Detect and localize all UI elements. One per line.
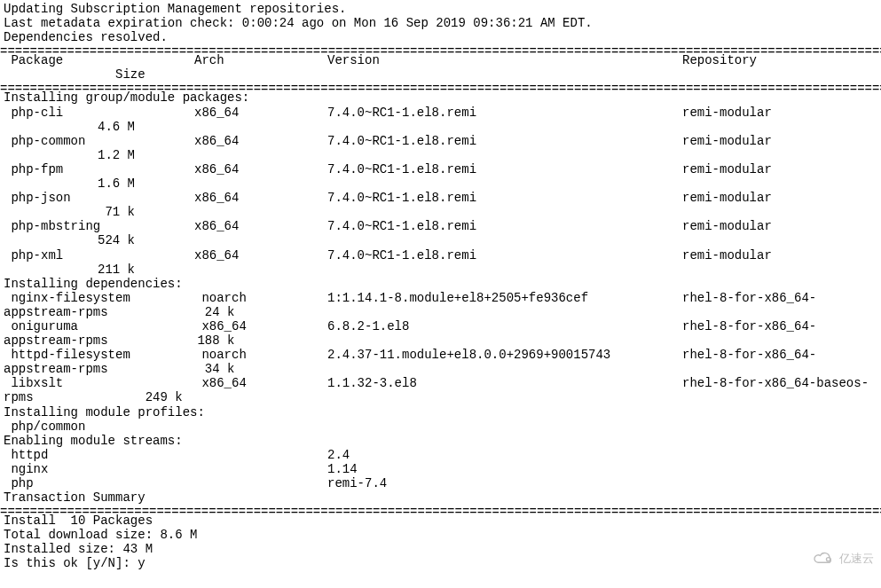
stream-version: remi-7.4 bbox=[327, 476, 682, 490]
stream-row: nginx 1.14 bbox=[0, 462, 881, 476]
pkg-version: 2.4.37-11.module+el8.0.0+2969+90015743 bbox=[327, 348, 682, 362]
pkg-arch: x86_64 bbox=[194, 319, 327, 333]
package-row: php-common x86_64 7.4.0~RC1-1.el8.remi r… bbox=[0, 134, 881, 162]
pkg-repo: rhel-8-for-x86_64- bbox=[682, 348, 877, 362]
pkg-repo: rhel-8-for-x86_64- bbox=[682, 291, 877, 305]
pkg-size: 1.2 M bbox=[0, 148, 881, 162]
stream-row: httpd 2.4 bbox=[0, 448, 881, 462]
pkg-name: php-json bbox=[4, 191, 194, 205]
pkg-name: oniguruma bbox=[4, 319, 194, 333]
deps-resolved-line: Dependencies resolved. bbox=[0, 30, 881, 44]
package-row: nginx-filesystem noarch 1:1.14.1-8.modul… bbox=[0, 291, 881, 319]
confirm-prompt[interactable]: Is this ok [y/N]: y bbox=[0, 556, 881, 570]
pkg-repo: remi-modular bbox=[682, 248, 877, 263]
svg-point-0 bbox=[827, 558, 830, 561]
pkg-arch: x86_64 bbox=[194, 191, 327, 205]
section-transaction-summary: Transaction Summary bbox=[0, 490, 881, 505]
stream-name: httpd bbox=[4, 448, 194, 462]
pkg-arch: x86_64 bbox=[194, 162, 327, 176]
pkg-repo: remi-modular bbox=[682, 162, 877, 176]
pkg-repo: remi-modular bbox=[682, 106, 877, 120]
pkg-version: 1:1.14.1-8.module+el8+2505+fe936cef bbox=[327, 291, 682, 305]
pkg-arch: noarch bbox=[194, 348, 327, 362]
divider bbox=[0, 505, 881, 514]
pkg-size: 1.6 M bbox=[0, 176, 881, 191]
divider bbox=[0, 82, 881, 90]
package-row: php-json x86_64 7.4.0~RC1-1.el8.remi rem… bbox=[0, 191, 881, 219]
stream-gap bbox=[194, 448, 327, 462]
section-install-deps: Installing dependencies: bbox=[0, 277, 881, 291]
pkg-version: 7.4.0~RC1-1.el8.remi bbox=[327, 134, 682, 148]
pkg-name: php-fpm bbox=[4, 162, 194, 176]
stream-gap bbox=[194, 462, 327, 476]
pkg-name: php-common bbox=[4, 134, 194, 148]
section-enabling-streams: Enabling module streams: bbox=[0, 434, 881, 448]
divider bbox=[0, 44, 881, 53]
pkg-size: 211 k bbox=[0, 263, 881, 277]
summary-install: Install 10 Packages bbox=[0, 514, 881, 528]
watermark-text: 亿速云 bbox=[839, 553, 874, 566]
package-row: php-fpm x86_64 7.4.0~RC1-1.el8.remi remi… bbox=[0, 162, 881, 191]
stream-name: php bbox=[4, 476, 194, 490]
summary-download: Total download size: 8.6 M bbox=[0, 528, 881, 542]
pkg-version: 1.1.32-3.el8 bbox=[327, 376, 682, 390]
pkg-size: 524 k bbox=[0, 233, 881, 247]
pkg-repo: remi-modular bbox=[682, 134, 877, 148]
pkg-repo-size: appstream-rpms 188 k bbox=[0, 333, 881, 348]
pkg-arch: x86_64 bbox=[194, 376, 327, 390]
pkg-arch: x86_64 bbox=[194, 219, 327, 233]
col-package: Package bbox=[4, 53, 194, 67]
package-row: oniguruma x86_64 6.8.2-1.el8 rhel-8-for-… bbox=[0, 319, 881, 348]
col-version: Version bbox=[327, 53, 682, 67]
column-header-row: Package Arch Version Repository bbox=[0, 53, 881, 67]
watermark: 亿速云 bbox=[811, 551, 874, 567]
col-arch: Arch bbox=[194, 53, 327, 67]
package-row: php-mbstring x86_64 7.4.0~RC1-1.el8.remi… bbox=[0, 219, 881, 247]
summary-installed: Installed size: 43 M bbox=[0, 542, 881, 556]
pkg-version: 6.8.2-1.el8 bbox=[327, 319, 682, 333]
pkg-name: php-cli bbox=[4, 106, 194, 120]
package-row: php-xml x86_64 7.4.0~RC1-1.el8.remi remi… bbox=[0, 248, 881, 277]
profile-item: php/common bbox=[0, 419, 881, 434]
stream-name: nginx bbox=[4, 462, 194, 476]
pkg-name: php-xml bbox=[4, 248, 194, 263]
stream-gap bbox=[194, 476, 327, 490]
pkg-size: 71 k bbox=[0, 205, 881, 219]
status-line: Updating Subscription Management reposit… bbox=[0, 2, 881, 16]
section-install-group: Installing group/module packages: bbox=[0, 90, 881, 105]
pkg-repo-size: appstream-rpms 24 k bbox=[0, 305, 881, 319]
package-row: php-cli x86_64 7.4.0~RC1-1.el8.remi remi… bbox=[0, 106, 881, 134]
pkg-size: 4.6 M bbox=[0, 120, 881, 134]
package-row: httpd-filesystem noarch 2.4.37-11.module… bbox=[0, 348, 881, 376]
cloud-icon bbox=[811, 551, 836, 567]
pkg-version: 7.4.0~RC1-1.el8.remi bbox=[327, 106, 682, 120]
pkg-repo-size: rpms 249 k bbox=[0, 390, 881, 404]
stream-row: php remi-7.4 bbox=[0, 476, 881, 490]
package-row: libxslt x86_64 1.1.32-3.el8 rhel-8-for-x… bbox=[0, 376, 881, 404]
pkg-arch: x86_64 bbox=[194, 106, 327, 120]
pkg-repo-size: appstream-rpms 34 k bbox=[0, 362, 881, 376]
pkg-arch: x86_64 bbox=[194, 134, 327, 148]
pkg-name: httpd-filesystem bbox=[4, 348, 194, 362]
pkg-version: 7.4.0~RC1-1.el8.remi bbox=[327, 162, 682, 176]
stream-version: 2.4 bbox=[327, 448, 682, 462]
col-repository: Repository bbox=[682, 53, 877, 67]
pkg-name: php-mbstring bbox=[4, 219, 194, 233]
pkg-name: nginx-filesystem bbox=[4, 291, 194, 305]
pkg-name: libxslt bbox=[4, 376, 194, 390]
section-install-profiles: Installing module profiles: bbox=[0, 405, 881, 419]
metadata-line: Last metadata expiration check: 0:00:24 … bbox=[0, 16, 881, 30]
pkg-repo: rhel-8-for-x86_64- bbox=[682, 319, 877, 333]
pkg-arch: x86_64 bbox=[194, 248, 327, 263]
pkg-repo: remi-modular bbox=[682, 219, 877, 233]
pkg-repo: rhel-8-for-x86_64-baseos- bbox=[682, 376, 877, 390]
pkg-version: 7.4.0~RC1-1.el8.remi bbox=[327, 191, 682, 205]
pkg-arch: noarch bbox=[194, 291, 327, 305]
pkg-repo: remi-modular bbox=[682, 191, 877, 205]
col-size: Size bbox=[0, 67, 881, 82]
pkg-version: 7.4.0~RC1-1.el8.remi bbox=[327, 219, 682, 233]
stream-version: 1.14 bbox=[327, 462, 682, 476]
pkg-version: 7.4.0~RC1-1.el8.remi bbox=[327, 248, 682, 263]
